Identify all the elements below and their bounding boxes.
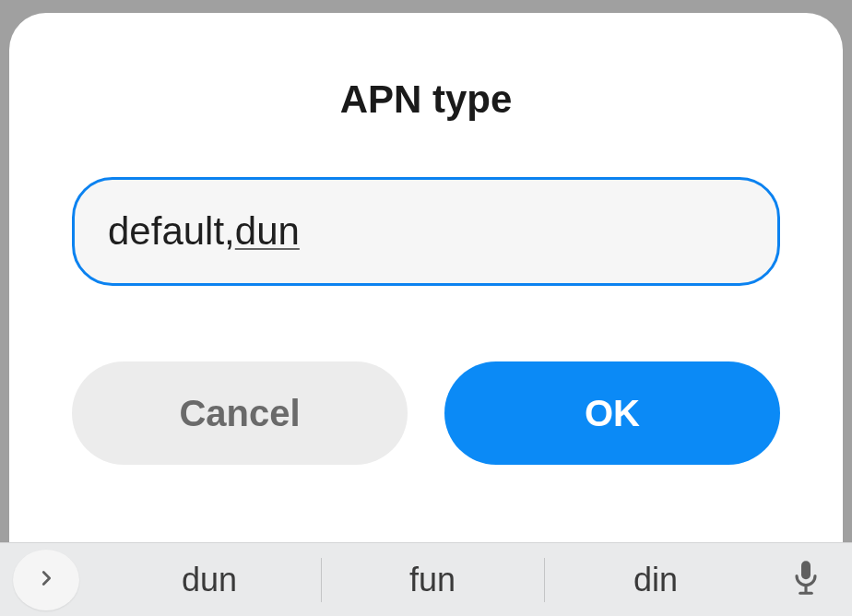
suggestion-list: dun fun din <box>98 554 767 606</box>
voice-input-button[interactable] <box>775 560 837 600</box>
suggestion-item[interactable]: dun <box>98 554 321 606</box>
expand-keyboard-button[interactable] <box>13 550 79 610</box>
dialog-buttons: Cancel OK <box>72 361 780 465</box>
keyboard-suggestion-bar: dun fun din <box>0 542 852 616</box>
chevron-right-icon <box>36 568 56 592</box>
dialog-title: APN type <box>9 77 843 122</box>
input-text-committed: default, <box>108 209 235 254</box>
svg-rect-0 <box>801 561 811 579</box>
input-container: default,dun <box>72 177 780 286</box>
background-overlay <box>0 0 852 13</box>
input-text-composing: dun <box>235 209 300 254</box>
apn-type-dialog: APN type default,dun Cancel OK <box>9 13 843 616</box>
ok-button[interactable]: OK <box>444 361 780 465</box>
suggestion-item[interactable]: fun <box>321 554 544 606</box>
suggestion-item[interactable]: din <box>544 554 767 606</box>
apn-type-input[interactable]: default,dun <box>72 177 780 286</box>
microphone-icon <box>792 560 820 600</box>
cancel-button[interactable]: Cancel <box>72 361 408 465</box>
